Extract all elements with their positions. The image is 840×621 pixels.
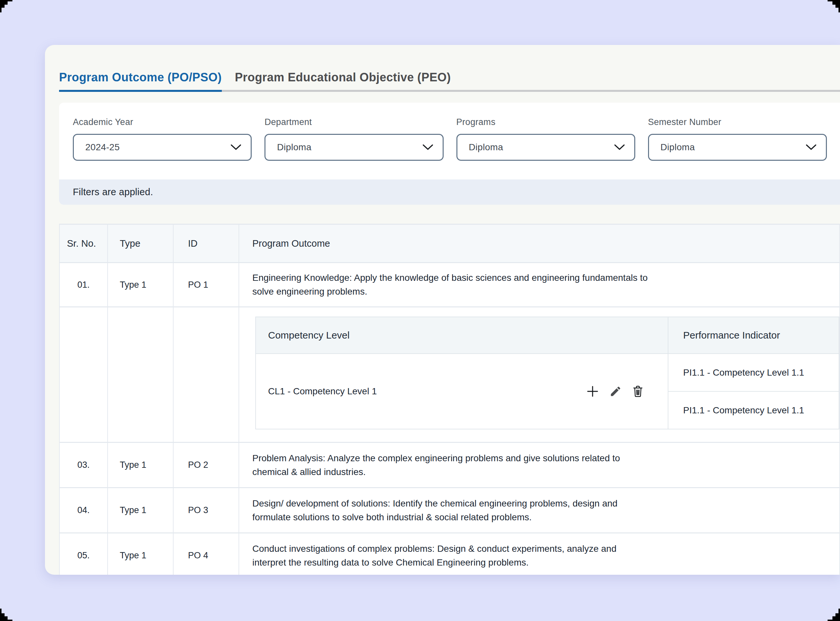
academic-year-value: 2024-25 <box>85 142 120 153</box>
filters-applied-text: Filters are applied. <box>73 187 153 197</box>
filters-panel: Academic Year 2024-25 Department Diploma <box>59 103 840 205</box>
table-row: 03. Type 1 PO 2 Problem Analysis: Analyz… <box>59 442 840 488</box>
type-cell: Type 1 <box>108 263 173 307</box>
tab-program-educational-objective[interactable]: Program Educational Objective (PEO) <box>235 70 451 92</box>
header-sr-no: Sr. No. <box>59 224 108 263</box>
table-row: 04. Type 1 PO 3 Design/ development of s… <box>59 488 840 533</box>
filters-applied-banner: Filters are applied. <box>59 179 840 205</box>
outcome-cell: Design/ development of solutions: Identi… <box>239 488 840 533</box>
competency-level-cell: CL1 - Competency Level 1 <box>256 354 668 429</box>
empty-cell <box>59 307 108 442</box>
chevron-down-icon <box>614 144 625 151</box>
screen-corner-artifact <box>826 0 840 14</box>
header-competency-level: Competency Level <box>256 317 668 354</box>
semester-number-label: Semester Number <box>648 117 827 127</box>
add-performance-indicator-button[interactable] <box>586 385 599 398</box>
content-card: Program Outcome (PO/PSO) Program Educati… <box>45 45 840 575</box>
sr-no-cell: 05. <box>59 533 108 575</box>
pencil-icon <box>610 385 622 398</box>
screen-corner-artifact <box>826 607 840 621</box>
competency-detail-cell: Competency Level Performance Indicator C <box>239 307 840 442</box>
semester-number-value: Diploma <box>661 142 695 153</box>
competency-table: Competency Level Performance Indicator C <box>255 317 839 429</box>
performance-indicator-cell: PI1.1 - Competency Level 1.1 <box>668 354 839 391</box>
filter-programs: Programs Diploma <box>456 117 635 161</box>
programs-select[interactable]: Diploma <box>456 134 635 161</box>
academic-year-label: Academic Year <box>73 117 252 127</box>
filter-semester-number: Semester Number Diploma <box>648 117 827 161</box>
competency-level-text: CL1 - Competency Level 1 <box>268 386 586 397</box>
empty-cell <box>173 307 239 442</box>
type-cell: Type 1 <box>108 442 173 488</box>
delete-competency-button[interactable] <box>632 385 644 398</box>
competency-actions <box>586 385 644 398</box>
edit-competency-button[interactable] <box>610 385 622 398</box>
chevron-down-icon <box>230 144 241 151</box>
table-row: 05. Type 1 PO 4 Conduct investigations o… <box>59 533 840 575</box>
academic-year-select[interactable]: 2024-25 <box>73 134 252 161</box>
header-id: ID <box>173 224 239 263</box>
sr-no-cell: 04. <box>59 488 108 533</box>
plus-icon <box>586 385 599 398</box>
screen-corner-artifact <box>0 607 14 621</box>
department-value: Diploma <box>277 142 311 153</box>
program-outcome-table-area: Sr. No. Type ID Program Outcome 01. Type… <box>59 224 840 575</box>
competency-row: CL1 - Competency Level 1 <box>256 354 839 391</box>
department-select[interactable]: Diploma <box>264 134 443 161</box>
filter-academic-year: Academic Year 2024-25 <box>73 117 252 161</box>
performance-indicator-cell: PI1.1 - Competency Level 1.1 <box>668 391 839 429</box>
chevron-down-icon <box>422 144 434 151</box>
id-cell: PO 3 <box>173 488 239 533</box>
id-cell: PO 2 <box>173 442 239 488</box>
table-row: 01. Type 1 PO 1 Engineering Knowledge: A… <box>59 263 840 307</box>
sr-no-cell: 01. <box>59 263 108 307</box>
programs-value: Diploma <box>469 142 503 153</box>
sr-no-cell: 03. <box>59 442 108 488</box>
tab-program-outcome[interactable]: Program Outcome (PO/PSO) <box>59 70 222 92</box>
programs-label: Programs <box>456 117 635 127</box>
competency-header-row: Competency Level Performance Indicator <box>256 317 839 354</box>
outcome-cell: Engineering Knowledge: Apply the knowled… <box>239 263 840 307</box>
header-performance-indicator: Performance Indicator <box>668 317 839 354</box>
type-cell: Type 1 <box>108 488 173 533</box>
trash-icon <box>632 385 644 398</box>
chevron-down-icon <box>805 144 817 151</box>
tab-bar: Program Outcome (PO/PSO) Program Educati… <box>59 70 840 92</box>
screen-corner-artifact <box>0 0 14 14</box>
type-cell: Type 1 <box>108 533 173 575</box>
outcome-cell: Problem Analysis: Analyze the complex en… <box>239 442 840 488</box>
header-type: Type <box>108 224 173 263</box>
empty-cell <box>108 307 173 442</box>
table-header-row: Sr. No. Type ID Program Outcome <box>59 224 840 263</box>
semester-number-select[interactable]: Diploma <box>648 134 827 161</box>
department-label: Department <box>264 117 443 127</box>
expanded-detail-row: Competency Level Performance Indicator C <box>59 307 840 442</box>
outcome-cell: Conduct investigations of complex proble… <box>239 533 840 575</box>
header-program-outcome: Program Outcome <box>239 224 840 263</box>
app-background: Program Outcome (PO/PSO) Program Educati… <box>0 0 840 621</box>
program-outcome-table: Sr. No. Type ID Program Outcome 01. Type… <box>59 224 840 575</box>
filter-row: Academic Year 2024-25 Department Diploma <box>59 117 840 161</box>
id-cell: PO 4 <box>173 533 239 575</box>
filter-department: Department Diploma <box>264 117 443 161</box>
id-cell: PO 1 <box>173 263 239 307</box>
